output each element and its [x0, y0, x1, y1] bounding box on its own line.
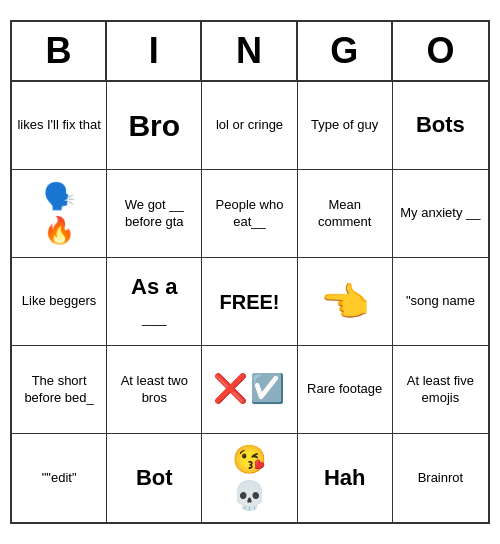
cell-text: Bots — [416, 111, 465, 140]
head-emoji: 🗣️ — [43, 180, 75, 214]
bingo-header: B I N G O — [12, 22, 488, 82]
free-text: FREE! — [219, 289, 279, 315]
kiss-skull-container: 😘 💀 — [232, 442, 267, 515]
cell-r4c5: At least five emojis — [393, 346, 488, 434]
cell-text: Brainrot — [418, 470, 464, 487]
cell-r5c3: 😘 💀 — [202, 434, 297, 522]
cell-r3c2: As a __ — [107, 258, 202, 346]
cell-text: Bro — [128, 106, 180, 145]
skull-emoji: 💀 — [232, 478, 267, 514]
point-emoji: 👈 — [320, 276, 370, 328]
cell-r4c1: The short before bed_ — [12, 346, 107, 434]
cell-r5c2: Bot — [107, 434, 202, 522]
cell-text: Bot — [136, 464, 173, 493]
header-b: B — [12, 22, 107, 80]
cell-text: Rare footage — [307, 381, 382, 398]
cell-text: ""edit" — [42, 470, 77, 487]
cell-r2c5: My anxiety __ — [393, 170, 488, 258]
header-o: O — [393, 22, 488, 80]
cell-text: My anxiety __ — [400, 205, 480, 222]
cell-r3c3: FREE! — [202, 258, 297, 346]
as-a-container: As a __ — [131, 273, 177, 330]
cell-r1c1: likes I'll fix that — [12, 82, 107, 170]
cell-r1c2: Bro — [107, 82, 202, 170]
header-n: N — [202, 22, 297, 80]
cell-r5c1: ""edit" — [12, 434, 107, 522]
x-check-container: ❌ ☑️ — [213, 371, 285, 407]
header-g: G — [298, 22, 393, 80]
cell-text: Hah — [324, 464, 366, 493]
cell-r1c3: lol or cringe — [202, 82, 297, 170]
cell-r3c1: Like beggers — [12, 258, 107, 346]
fire-emoji: 🔥 — [43, 214, 75, 248]
cell-r3c4: 👈 — [298, 258, 393, 346]
cell-text: "song name — [406, 293, 475, 310]
kiss-emoji: 😘 — [232, 442, 267, 478]
cell-r4c2: At least two bros — [107, 346, 202, 434]
cell-text: Like beggers — [22, 293, 96, 310]
cell-text: At least two bros — [111, 373, 197, 407]
cell-r2c4: Mean comment — [298, 170, 393, 258]
x-emoji: ❌ — [213, 371, 248, 407]
cell-r4c3: ❌ ☑️ — [202, 346, 297, 434]
cell-r2c1: 🗣️ 🔥 — [12, 170, 107, 258]
bingo-grid: likes I'll fix that Bro lol or cringe Ty… — [12, 82, 488, 522]
cell-text: We got __ before gta — [111, 197, 197, 231]
emoji-head-fire-container: 🗣️ 🔥 — [43, 180, 75, 248]
cell-r5c4: Hah — [298, 434, 393, 522]
cell-r2c2: We got __ before gta — [107, 170, 202, 258]
check-emoji: ☑️ — [250, 371, 285, 407]
cell-r2c3: People who eat__ — [202, 170, 297, 258]
cell-r5c5: Brainrot — [393, 434, 488, 522]
cell-r3c5: "song name — [393, 258, 488, 346]
cell-text: The short before bed_ — [16, 373, 102, 407]
cell-text: lol or cringe — [216, 117, 283, 134]
cell-r1c4: Type of guy — [298, 82, 393, 170]
cell-text: Mean comment — [302, 197, 388, 231]
cell-text-2: __ — [142, 302, 166, 331]
cell-text: Type of guy — [311, 117, 378, 134]
bingo-card: B I N G O likes I'll fix that Bro lol or… — [10, 20, 490, 524]
cell-text: likes I'll fix that — [17, 117, 100, 134]
cell-text: At least five emojis — [397, 373, 484, 407]
cell-text: As a — [131, 273, 177, 302]
header-i: I — [107, 22, 202, 80]
cell-r4c4: Rare footage — [298, 346, 393, 434]
cell-text: People who eat__ — [206, 197, 292, 231]
cell-r1c5: Bots — [393, 82, 488, 170]
